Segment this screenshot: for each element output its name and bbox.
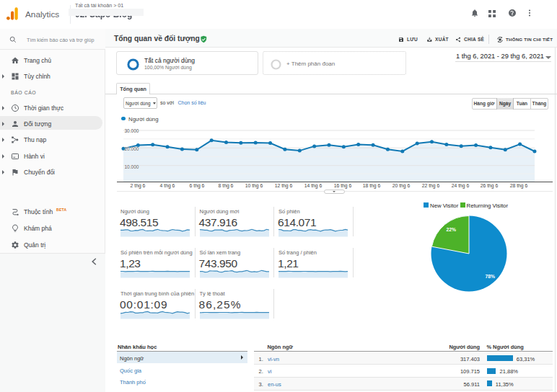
svg-text:22%: 22% — [447, 227, 457, 232]
svg-text:78%: 78% — [486, 274, 496, 279]
